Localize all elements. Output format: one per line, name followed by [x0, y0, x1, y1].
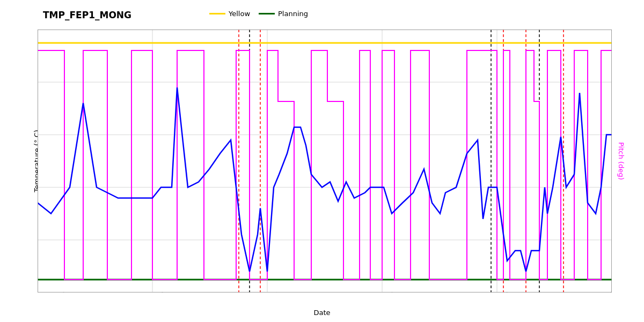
chart-container: TMP_FEP1_MONG Yellow Planning Temperatur…: [0, 0, 644, 322]
planning-line-icon: [259, 13, 275, 14]
legend-planning: Planning: [259, 10, 308, 18]
plot-area: 0 10 20 30 40 50 40 60 80 100 120 140 16…: [38, 30, 612, 292]
yellow-label: Yellow: [229, 10, 250, 18]
planning-label: Planning: [278, 10, 308, 18]
chart-title: TMP_FEP1_MONG: [43, 10, 131, 20]
yellow-line-icon: [209, 13, 225, 14]
x-axis-label: Date: [313, 309, 330, 317]
legend-yellow: Yellow: [209, 10, 250, 18]
y-axis-right-label: Pitch (deg): [617, 142, 625, 180]
legend: Yellow Planning: [209, 10, 308, 18]
